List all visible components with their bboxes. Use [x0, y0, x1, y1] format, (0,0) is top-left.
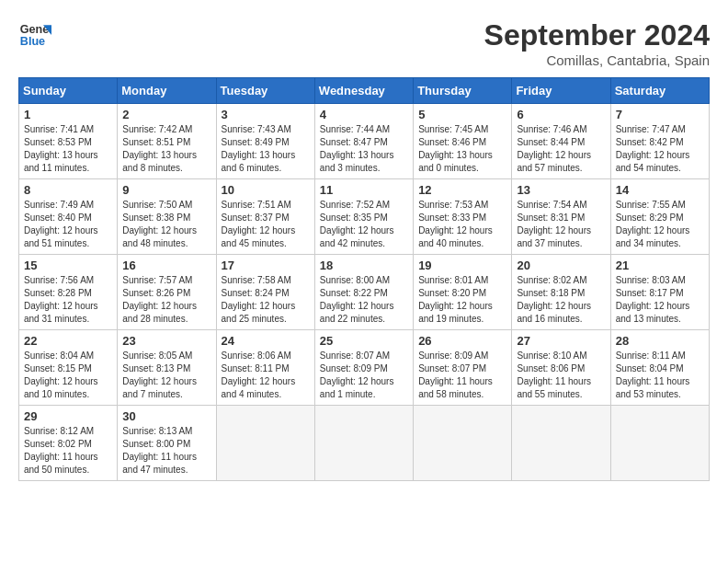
calendar-cell: 29Sunrise: 8:12 AMSunset: 8:02 PMDayligh… — [19, 406, 118, 481]
day-number: 23 — [122, 334, 210, 348]
calendar-cell — [414, 406, 512, 481]
cell-info: Sunrise: 7:46 AMSunset: 8:44 PMDaylight:… — [517, 123, 605, 175]
logo: General Blue — [18, 18, 51, 52]
calendar-week-row: 15Sunrise: 7:56 AMSunset: 8:28 PMDayligh… — [19, 255, 710, 330]
calendar-cell: 14Sunrise: 7:55 AMSunset: 8:29 PMDayligh… — [610, 179, 709, 255]
calendar-cell: 7Sunrise: 7:47 AMSunset: 8:42 PMDaylight… — [610, 104, 709, 179]
cell-info: Sunrise: 7:53 AMSunset: 8:33 PMDaylight:… — [418, 199, 506, 250]
cell-info: Sunrise: 7:45 AMSunset: 8:46 PMDaylight:… — [418, 123, 506, 175]
cell-info: Sunrise: 7:44 AMSunset: 8:47 PMDaylight:… — [320, 123, 408, 175]
calendar-cell: 10Sunrise: 7:51 AMSunset: 8:37 PMDayligh… — [216, 179, 314, 255]
calendar-table: SundayMondayTuesdayWednesdayThursdayFrid… — [18, 77, 710, 481]
calendar-cell: 9Sunrise: 7:50 AMSunset: 8:38 PMDaylight… — [118, 179, 216, 255]
calendar-cell: 4Sunrise: 7:44 AMSunset: 8:47 PMDaylight… — [314, 104, 413, 179]
cell-info: Sunrise: 8:06 AMSunset: 8:11 PMDaylight:… — [222, 350, 310, 401]
weekday-header-sunday: Sunday — [19, 78, 118, 104]
cell-info: Sunrise: 8:04 AMSunset: 8:15 PMDaylight:… — [24, 350, 112, 401]
cell-info: Sunrise: 8:05 AMSunset: 8:13 PMDaylight:… — [122, 350, 210, 401]
calendar-cell: 6Sunrise: 7:46 AMSunset: 8:44 PMDaylight… — [512, 104, 610, 179]
calendar-cell: 1Sunrise: 7:41 AMSunset: 8:53 PMDaylight… — [19, 104, 118, 179]
day-number: 25 — [320, 334, 408, 348]
cell-info: Sunrise: 8:01 AMSunset: 8:20 PMDaylight:… — [418, 274, 506, 326]
day-number: 8 — [24, 183, 112, 197]
calendar-cell: 11Sunrise: 7:52 AMSunset: 8:35 PMDayligh… — [314, 179, 413, 255]
calendar-cell: 30Sunrise: 8:13 AMSunset: 8:00 PMDayligh… — [118, 406, 216, 481]
cell-info: Sunrise: 7:55 AMSunset: 8:29 PMDaylight:… — [616, 199, 704, 250]
cell-info: Sunrise: 7:47 AMSunset: 8:42 PMDaylight:… — [616, 123, 704, 175]
calendar-cell: 2Sunrise: 7:42 AMSunset: 8:51 PMDaylight… — [118, 104, 216, 179]
calendar-cell — [314, 406, 413, 481]
day-number: 1 — [24, 108, 112, 121]
day-number: 18 — [320, 259, 408, 272]
calendar-cell: 17Sunrise: 7:58 AMSunset: 8:24 PMDayligh… — [216, 255, 314, 330]
calendar-week-row: 1Sunrise: 7:41 AMSunset: 8:53 PMDaylight… — [19, 104, 710, 179]
calendar-cell: 25Sunrise: 8:07 AMSunset: 8:09 PMDayligh… — [314, 330, 413, 406]
day-number: 3 — [222, 108, 310, 121]
cell-info: Sunrise: 7:51 AMSunset: 8:37 PMDaylight:… — [222, 199, 310, 250]
day-number: 9 — [122, 183, 210, 197]
logo-icon: General Blue — [18, 18, 51, 52]
calendar-cell: 22Sunrise: 8:04 AMSunset: 8:15 PMDayligh… — [19, 330, 118, 406]
day-number: 6 — [517, 108, 605, 121]
weekday-header-wednesday: Wednesday — [314, 78, 413, 104]
calendar-cell: 18Sunrise: 8:00 AMSunset: 8:22 PMDayligh… — [314, 255, 413, 330]
cell-info: Sunrise: 7:54 AMSunset: 8:31 PMDaylight:… — [517, 199, 605, 250]
cell-info: Sunrise: 8:00 AMSunset: 8:22 PMDaylight:… — [320, 274, 408, 326]
calendar-cell — [216, 406, 314, 481]
day-number: 11 — [320, 183, 408, 197]
day-number: 14 — [616, 183, 704, 197]
cell-info: Sunrise: 7:57 AMSunset: 8:26 PMDaylight:… — [122, 274, 210, 326]
page-header: General Blue September 2024 Comillas, Ca… — [18, 18, 710, 68]
day-number: 24 — [222, 334, 310, 348]
calendar-cell: 19Sunrise: 8:01 AMSunset: 8:20 PMDayligh… — [414, 255, 512, 330]
cell-info: Sunrise: 7:52 AMSunset: 8:35 PMDaylight:… — [320, 199, 408, 250]
weekday-header-tuesday: Tuesday — [216, 78, 314, 104]
day-number: 12 — [418, 183, 506, 197]
cell-info: Sunrise: 7:43 AMSunset: 8:49 PMDaylight:… — [222, 123, 310, 175]
calendar-week-row: 29Sunrise: 8:12 AMSunset: 8:02 PMDayligh… — [19, 406, 710, 481]
day-number: 26 — [418, 334, 506, 348]
day-number: 30 — [122, 409, 210, 423]
cell-info: Sunrise: 8:07 AMSunset: 8:09 PMDaylight:… — [320, 350, 408, 401]
weekday-header-thursday: Thursday — [414, 78, 512, 104]
cell-info: Sunrise: 8:11 AMSunset: 8:04 PMDaylight:… — [616, 350, 704, 401]
day-number: 22 — [24, 334, 112, 348]
day-number: 15 — [24, 259, 112, 272]
cell-info: Sunrise: 7:56 AMSunset: 8:28 PMDaylight:… — [24, 274, 112, 326]
calendar-cell: 16Sunrise: 7:57 AMSunset: 8:26 PMDayligh… — [118, 255, 216, 330]
day-number: 20 — [517, 259, 605, 272]
calendar-cell: 21Sunrise: 8:03 AMSunset: 8:17 PMDayligh… — [610, 255, 709, 330]
day-number: 29 — [24, 409, 112, 423]
cell-info: Sunrise: 7:50 AMSunset: 8:38 PMDaylight:… — [122, 199, 210, 250]
cell-info: Sunrise: 8:02 AMSunset: 8:18 PMDaylight:… — [517, 274, 605, 326]
cell-info: Sunrise: 7:58 AMSunset: 8:24 PMDaylight:… — [222, 274, 310, 326]
calendar-cell: 3Sunrise: 7:43 AMSunset: 8:49 PMDaylight… — [216, 104, 314, 179]
weekday-header-saturday: Saturday — [610, 78, 709, 104]
calendar-week-row: 8Sunrise: 7:49 AMSunset: 8:40 PMDaylight… — [19, 179, 710, 255]
calendar-cell: 28Sunrise: 8:11 AMSunset: 8:04 PMDayligh… — [610, 330, 709, 406]
cell-info: Sunrise: 7:41 AMSunset: 8:53 PMDaylight:… — [24, 123, 112, 175]
day-number: 7 — [616, 108, 704, 121]
calendar-cell: 5Sunrise: 7:45 AMSunset: 8:46 PMDaylight… — [414, 104, 512, 179]
calendar-cell: 24Sunrise: 8:06 AMSunset: 8:11 PMDayligh… — [216, 330, 314, 406]
calendar-header-row: SundayMondayTuesdayWednesdayThursdayFrid… — [19, 78, 710, 104]
day-number: 5 — [418, 108, 506, 121]
day-number: 10 — [222, 183, 310, 197]
weekday-header-monday: Monday — [118, 78, 216, 104]
weekday-header-friday: Friday — [512, 78, 610, 104]
cell-info: Sunrise: 8:13 AMSunset: 8:00 PMDaylight:… — [122, 425, 210, 477]
day-number: 28 — [616, 334, 704, 348]
calendar-cell: 23Sunrise: 8:05 AMSunset: 8:13 PMDayligh… — [118, 330, 216, 406]
calendar-cell — [610, 406, 709, 481]
day-number: 17 — [222, 259, 310, 272]
day-number: 21 — [616, 259, 704, 272]
day-number: 2 — [122, 108, 210, 121]
calendar-week-row: 22Sunrise: 8:04 AMSunset: 8:15 PMDayligh… — [19, 330, 710, 406]
calendar-cell: 27Sunrise: 8:10 AMSunset: 8:06 PMDayligh… — [512, 330, 610, 406]
day-number: 13 — [517, 183, 605, 197]
cell-info: Sunrise: 7:49 AMSunset: 8:40 PMDaylight:… — [24, 199, 112, 250]
day-number: 16 — [122, 259, 210, 272]
month-title: September 2024 — [484, 18, 710, 52]
calendar-cell: 15Sunrise: 7:56 AMSunset: 8:28 PMDayligh… — [19, 255, 118, 330]
cell-info: Sunrise: 8:03 AMSunset: 8:17 PMDaylight:… — [616, 274, 704, 326]
